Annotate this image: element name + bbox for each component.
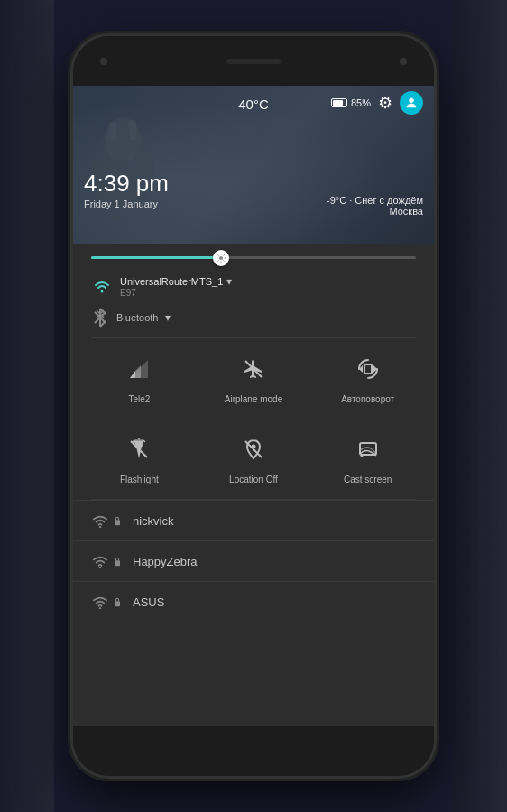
tile-flashlight-icon-wrap: [119, 429, 159, 469]
time-block: 4:39 pm Friday 1 January: [84, 171, 169, 209]
tile-tele2-icon-wrap: [119, 349, 159, 389]
tile-flashlight[interactable]: Flashlight: [82, 419, 197, 492]
tile-tele2-label: Tele2: [128, 394, 150, 404]
cast-icon: [357, 438, 379, 460]
svg-rect-2: [109, 122, 116, 140]
tile-cast[interactable]: Cast screen: [310, 419, 425, 492]
svg-line-13: [217, 260, 218, 261]
settings-icon[interactable]: ⚙: [378, 93, 392, 113]
wifi-dropdown-arrow[interactable]: ▾: [226, 275, 232, 288]
toggle-grid-row1: Tele2 Airplane mode: [73, 338, 434, 419]
svg-rect-28: [364, 364, 372, 374]
wifi-left: UniversalRouterMTS_1 ▾ E97: [91, 275, 232, 298]
lock-icon-3: [113, 596, 122, 607]
wifi-sub: E97: [120, 288, 232, 298]
weather-block: -9°C · Снег с дождём Москва: [327, 195, 423, 217]
battery-indicator: 85%: [331, 97, 371, 108]
svg-rect-41: [115, 520, 120, 525]
location-icon: [243, 438, 264, 460]
svg-point-39: [360, 455, 363, 457]
network-name-nickvick: nickvick: [133, 514, 174, 528]
wifi-icon: [91, 278, 113, 296]
wifi-info: UniversalRouterMTS_1 ▾ E97: [120, 275, 232, 298]
bt-left: Bluetooth ▾: [91, 307, 171, 328]
status-header: 40°C 85% ⚙ 4:39 pm Friday: [73, 86, 434, 244]
net-icon-wrap-asus: [91, 595, 122, 609]
brightness-track[interactable]: [91, 256, 416, 259]
wifi-row[interactable]: UniversalRouterMTS_1 ▾ E97: [73, 272, 434, 307]
network-item-happyzebra[interactable]: HappyZebra: [73, 540, 434, 581]
status-bar: 40°C 85% ⚙: [73, 91, 434, 115]
tile-airplane[interactable]: Airplane mode: [197, 338, 311, 411]
signal-icon: [128, 358, 150, 380]
weather-temperature: -9°C · Снег с дождём: [327, 195, 423, 206]
network-name-happyzebra: HappyZebra: [133, 555, 198, 568]
bt-dropdown-arrow[interactable]: ▾: [165, 311, 171, 324]
network-list: nickvick HappyZebra: [73, 500, 434, 726]
tile-cast-icon-wrap: [348, 429, 388, 469]
wifi-signal-icon-2: [91, 554, 109, 568]
battery-percent: 85%: [351, 97, 371, 108]
network-name-asus: ASUS: [133, 595, 164, 609]
flashlight-icon: [128, 438, 150, 460]
temperature-display: 40°C: [238, 97, 269, 112]
bluetooth-icon: [91, 307, 109, 328]
tile-location-label: Location Off: [229, 475, 278, 484]
net-icon-wrap-happyzebra: [91, 554, 122, 568]
brightness-fill: [91, 256, 221, 259]
tile-autorotate[interactable]: Автоповорот: [310, 338, 425, 411]
battery-fill: [333, 100, 343, 106]
camera-dot-right: [400, 58, 407, 65]
lock-icon-2: [113, 556, 122, 567]
quick-settings-panel: UniversalRouterMTS_1 ▾ E97: [73, 244, 434, 500]
user-avatar[interactable]: [400, 91, 423, 115]
tile-airplane-icon-wrap: [234, 349, 273, 389]
phone-screen: 40°C 85% ⚙ 4:39 pm Friday: [73, 86, 434, 726]
tile-autorotate-icon-wrap: [348, 349, 388, 389]
tile-location-icon-wrap: [234, 429, 273, 469]
side-left: [0, 0, 54, 812]
airplane-icon: [243, 358, 264, 380]
date-display: Friday 1 January: [84, 198, 169, 209]
wifi-signal-icon: [91, 513, 109, 528]
tile-tele2[interactable]: Tele2: [82, 338, 197, 411]
svg-point-4: [409, 98, 413, 103]
wifi-signal-icon-3: [91, 595, 109, 609]
tile-autorotate-label: Автоповорот: [341, 394, 394, 404]
brightness-thumb[interactable]: [213, 250, 229, 266]
wifi-ssid: UniversalRouterMTS_1 ▾: [120, 275, 232, 288]
brightness-row[interactable]: [73, 244, 434, 272]
time-display: 4:39 pm: [84, 171, 169, 197]
svg-rect-45: [115, 601, 120, 606]
svg-point-42: [99, 567, 101, 568]
camera-dot: [100, 58, 107, 65]
speaker: [226, 59, 281, 64]
bluetooth-row[interactable]: Bluetooth ▾: [73, 307, 434, 337]
svg-line-12: [223, 254, 224, 255]
lock-icon: [113, 515, 122, 526]
tile-airplane-label: Airplane mode: [225, 394, 282, 404]
battery-rect: [331, 98, 347, 107]
svg-point-5: [219, 256, 223, 260]
net-icon-wrap-nickvick: [91, 513, 122, 528]
phone-device: 40°C 85% ⚙ 4:39 pm Friday: [73, 36, 434, 776]
bluetooth-label: Bluetooth: [116, 312, 158, 323]
phone-top-bar: [73, 36, 434, 86]
network-item-nickvick[interactable]: nickvick: [73, 500, 434, 540]
svg-marker-24: [130, 360, 148, 378]
tile-location[interactable]: Location Off: [197, 419, 311, 492]
toggle-grid-row2: Flashlight Location Off: [73, 419, 434, 499]
weather-city: Москва: [327, 206, 423, 217]
phone-bottom-bar: [73, 726, 434, 776]
svg-line-11: [223, 260, 224, 261]
svg-point-14: [101, 290, 104, 292]
svg-line-10: [217, 254, 218, 255]
network-item-asus[interactable]: ASUS: [73, 581, 434, 622]
svg-rect-43: [115, 560, 120, 566]
tile-cast-label: Cast screen: [344, 475, 392, 484]
svg-point-40: [99, 526, 101, 528]
svg-point-44: [99, 607, 101, 609]
side-right: [453, 0, 507, 812]
tile-flashlight-label: Flashlight: [120, 475, 159, 484]
rotate-icon: [357, 358, 379, 380]
